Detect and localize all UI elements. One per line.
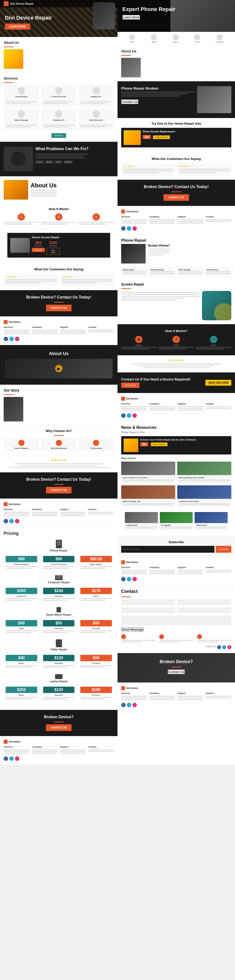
service-right-2[interactable]: Storage Damage [149, 267, 176, 276]
footer-col-title-2: Company [32, 326, 57, 328]
instagram-icon-right-3[interactable]: i [132, 703, 137, 707]
twitter-icon-right-2[interactable]: t [127, 414, 131, 418]
cta-btn-1[interactable]: Contact Us [46, 305, 72, 311]
instagram-icon-2[interactable]: i [15, 519, 19, 523]
tag-2: Battery [45, 161, 53, 164]
service-right-4[interactable]: Data Recovery [205, 267, 231, 276]
footer2-col-title-2: Company [32, 508, 57, 511]
blog-card-3-1[interactable]: Laptop Repair [125, 512, 158, 530]
about-image-right [121, 58, 141, 77]
testimonial-1: ★★★★★ [4, 274, 58, 286]
instagram-icon-right-1[interactable]: i [132, 226, 137, 231]
blog-card-1[interactable]: How to Repair Your Screen [121, 461, 175, 484]
service-card-1[interactable]: Latest Repair [4, 85, 39, 107]
contact-facebook[interactable]: f [217, 645, 221, 649]
footer-col-2: Company [32, 326, 57, 335]
facebook-icon-right-1[interactable]: f [121, 226, 125, 231]
contact-phone-field[interactable] [121, 607, 175, 613]
footer2-col-3: Support [60, 508, 86, 517]
subscribe-form[interactable]: Subscribe [121, 546, 231, 553]
twitter-icon-3[interactable]: t [9, 756, 14, 761]
facebook-icon-news[interactable]: f [121, 577, 125, 581]
footer-news-col-title-3: Support [178, 566, 203, 569]
why-heading: Why Choose Us? [4, 429, 114, 433]
twitter-icon-news[interactable]: t [127, 577, 131, 581]
social-icons-news: f t i [121, 577, 231, 581]
footer-col-1: Services [4, 326, 29, 335]
icon-bar-item-1: Phone [129, 34, 135, 43]
contact-phone-number[interactable]: (555) 262-6258 [205, 380, 231, 386]
phone-broken-btn[interactable]: Contact Us [121, 99, 138, 104]
service-card-3[interactable]: Battery Fix [78, 85, 114, 107]
left-hero-btn[interactable]: Learn More [5, 24, 30, 30]
footer2-col-2: Company [32, 508, 57, 517]
blog-card-4[interactable]: Software Reset Guide [177, 485, 231, 507]
blog-card-2[interactable]: Battery Replacement Guide [177, 461, 231, 484]
facebook-icon-right-2[interactable]: f [121, 414, 125, 418]
laptop-tier-name-3: Premium [80, 694, 112, 696]
news-section: News & Resources Phone Repair & Kits Bro… [118, 422, 235, 536]
about-video-thumb[interactable]: ▶ [5, 359, 113, 378]
laptop-tier-1: $250 Basic [4, 685, 39, 702]
service-card-6[interactable]: Data Recovery [78, 108, 114, 130]
subscribe-email-input[interactable] [121, 546, 214, 553]
facebook-icon-2[interactable]: f [4, 519, 8, 523]
footer2-col-1: Services [4, 508, 29, 517]
about-page-hero: About Us ▶ [0, 345, 118, 385]
service-right-1[interactable]: Battery Repair [121, 267, 148, 276]
cta-btn-2[interactable]: Contact Us [46, 487, 72, 493]
contact-instagram[interactable]: i [227, 645, 231, 649]
services-view-all-btn[interactable]: View All [51, 133, 66, 138]
footer-logo-icon-2 [4, 502, 8, 506]
smartwatch-tiers: $40 Basic $50 Standard $80 Premium [4, 618, 114, 636]
contact-submit-btn[interactable]: Send Message [121, 627, 144, 632]
twitter-icon-1[interactable]: t [9, 337, 14, 341]
service-card-4[interactable]: Water Damage [4, 108, 39, 130]
tablet-tier-1: $90 Basic [4, 653, 39, 670]
facebook-icon-3[interactable]: f [4, 756, 8, 761]
broken-device-btn[interactable]: Contact Us [168, 670, 185, 674]
contact-message-field[interactable] [121, 616, 231, 625]
instagram-icon-right-2[interactable]: i [132, 414, 137, 418]
contact-cta-btn[interactable]: Contact Us [121, 382, 140, 388]
service-card-2[interactable]: Cracked Screen [41, 85, 76, 107]
contact-name-field[interactable] [121, 599, 175, 605]
service-card-5[interactable]: Software Fix [41, 108, 76, 130]
pricing-heading: Pricing [4, 531, 114, 536]
blog-card-3-3[interactable]: Tablet Screen [195, 512, 228, 530]
blog-card-3-2[interactable]: PC Upgrade [160, 512, 193, 530]
pricing-btn-2[interactable]: Buy Now [47, 248, 60, 255]
contact-twitter[interactable]: t [222, 645, 226, 649]
facebook-icon-right-3[interactable]: f [121, 703, 125, 707]
news-video-btn[interactable]: Video Tutorials [151, 442, 168, 446]
right-hero-btn[interactable]: Learn More [122, 15, 140, 19]
cta-btn-3[interactable]: Contact Us [46, 724, 72, 731]
cta-right-btn-1[interactable]: Contact Us [164, 194, 189, 201]
service-right-3[interactable]: Water Damage [177, 267, 203, 276]
instagram-icon-3[interactable]: i [15, 756, 19, 761]
laptop-price-2: $120 [43, 687, 75, 693]
play-button[interactable]: ▶ [55, 365, 62, 372]
service-right-title-4: Data Recovery [206, 269, 230, 270]
social-icons-right-2: f t i [121, 414, 231, 418]
kit-video-btn-1[interactable]: Video Tutorials [153, 135, 170, 139]
instagram-icon-1[interactable]: i [15, 337, 19, 341]
contact-subject-field[interactable] [177, 607, 231, 613]
subscribe-heading: Subscribe [121, 540, 231, 544]
stars-right-2: ★★★★★ [179, 165, 229, 168]
blog-card-3-title-1: Laptop Repair [126, 524, 157, 526]
pricing-btn-1[interactable]: Buy Now [32, 248, 45, 252]
kit-price-1: $50 [143, 135, 151, 139]
twitter-icon-right-3[interactable]: t [127, 703, 131, 707]
blog-card-title-1: How to Repair Your Screen [123, 477, 174, 479]
footer-col-title-4: Contact [88, 326, 114, 328]
instagram-icon-news[interactable]: i [132, 577, 137, 581]
facebook-icon-1[interactable]: f [4, 337, 8, 341]
subscribe-button[interactable]: Subscribe [216, 546, 231, 553]
contact-email-field[interactable] [177, 599, 231, 605]
computer-tier-name-3: Basic [80, 595, 112, 597]
why-title-2: 180 Day Warranty [43, 447, 75, 449]
twitter-icon-right-1[interactable]: t [127, 226, 131, 231]
twitter-icon-2[interactable]: t [9, 519, 14, 523]
blog-card-3[interactable]: Water Damage Tips [121, 485, 175, 507]
